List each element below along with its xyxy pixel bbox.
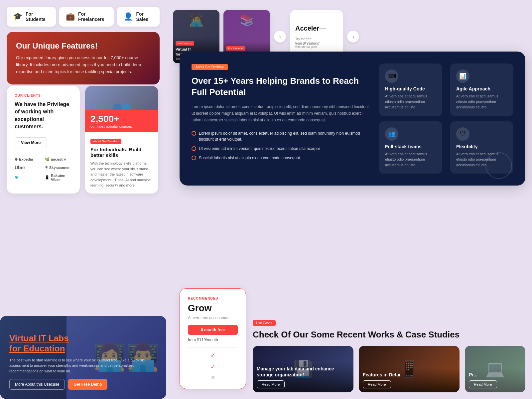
courses-body: About Get Desktop For Individuals: Build… <box>85 132 158 194</box>
case-card-title-2: Features in Detail <box>363 372 456 378</box>
carousel-badge-1: Get Desktop <box>176 41 194 46</box>
pricing-divider <box>188 347 238 348</box>
virtual-labs-title: Virtual IT Labs for Education <box>9 333 157 354</box>
viber-icon: 📱 <box>45 175 50 180</box>
virtual-labs-title-accent: for Education <box>9 343 65 353</box>
case-card-bg-1: 💾 Manage your lab data and enhance stora… <box>253 346 353 392</box>
case-card-1: 💾 Manage your lab data and enhance stora… <box>253 346 353 392</box>
logo-expedia: ⊕ Expedia <box>15 157 42 162</box>
bullet-text-3: Suscipit lobortis nisl ut aliquip ex ea … <box>199 155 301 161</box>
courses-description: With the technology skills platform, you… <box>90 161 153 188</box>
agile-icon: 📊 <box>456 69 469 83</box>
dark-card-bullets: Lorem ipsum dolor sit amet, cons ectetue… <box>192 130 371 161</box>
dark-card-description: Lorem ipsum dolor sit amet, cons ectetue… <box>192 103 371 124</box>
dark-card-badge: About Get Desktop <box>192 64 228 70</box>
bullet-2: Ut wisi enim ad minim veniam, quis nostr… <box>192 146 371 152</box>
feature-agile-desc: At vero eos et accusamus etiusto odio pr… <box>456 93 507 110</box>
case-card-title-3: Pr... <box>469 372 521 378</box>
logos-grid: ⊕ Expedia 🌿 ancestry Uber ✶ Skyscanner 🐦… <box>15 157 72 182</box>
feature-agile: 📊 Agile Approach At vero eos et accusamu… <box>450 64 513 116</box>
features-description: Our expanded library gives you access to… <box>16 55 150 75</box>
pricing-feature-3: ✕ <box>188 374 238 381</box>
clients-card: OUR CLIENTS We have the Privilege of wor… <box>7 86 80 194</box>
logo-ancestry: 🌿 ancestry <box>45 157 72 162</box>
read-more-button-1[interactable]: Read More <box>257 380 285 388</box>
read-more-button-2[interactable]: Read More <box>363 380 391 388</box>
case-card-content-2: Features in Detail Read More <box>359 368 460 392</box>
case-studies-area: Use Cases Check Of Our Some Recent Works… <box>253 320 525 392</box>
tab-freelancers[interactable]: 💼 For Freelancers <box>59 7 114 27</box>
courses-stat-label: our most-popular courses <box>90 124 153 128</box>
tab-sales[interactable]: 👤 For Sales <box>117 7 160 27</box>
code-icon: ⌨ <box>385 69 398 83</box>
tab-students[interactable]: 🎓 For Students <box>7 7 56 27</box>
labs-buttons: More About this Usecase Get Free Demo <box>9 379 157 390</box>
case-card-content-3: Pr... Read More <box>465 368 525 392</box>
feature-code-title: High-quality Code <box>385 86 436 91</box>
view-more-button[interactable]: View More <box>15 137 47 148</box>
price-label: from $499/month <box>295 42 338 45</box>
x-icon-1: ✕ <box>211 374 215 381</box>
feature-agile-title: Agile Approach <box>456 86 507 91</box>
dark-card-middle: ⌨ High-quality Code At vero eos et accus… <box>379 64 442 174</box>
freelancers-icon: 💼 <box>66 12 75 21</box>
feature-code-desc: At vero eos et accusamus etiusto odio pr… <box>385 93 436 110</box>
features-card: Our Unique Features! Our expanded librar… <box>7 32 160 84</box>
courses-stat: 2,500+ <box>90 114 153 124</box>
bullet-dot-1 <box>192 131 196 136</box>
features-title: Our Unique Features! <box>16 41 150 51</box>
ancestry-icon: 🌿 <box>45 157 50 162</box>
big-dark-card: About Get Desktop Over 15+ Years Helping… <box>180 52 525 186</box>
pricing-feature-1: ✓ <box>188 352 238 359</box>
students-icon: 🎓 <box>13 12 22 21</box>
courses-card: 👥 2,500+ our most-popular courses About … <box>85 86 158 194</box>
sales-icon: 👤 <box>124 12 133 21</box>
carousel-badge-2: For Students <box>226 46 245 51</box>
feature-teams: 👥 Full-stack teams At vero eos et accusa… <box>379 121 442 174</box>
middle-left-section: OUR CLIENTS We have the Privilege of wor… <box>7 86 158 194</box>
courses-title: For Individuals: Build better skills <box>90 147 153 158</box>
courses-badge: About Get Desktop <box>90 139 121 144</box>
dark-card-right: 📊 Agile Approach At vero eos et accusamu… <box>450 64 513 174</box>
tab-students-label: For Students <box>26 11 49 22</box>
case-card-bg-3: 💻 Pr... Read More <box>465 346 525 392</box>
logo-viber: 📱 Rakuten Viber <box>45 174 72 182</box>
case-card-2: 📱 Features in Detail Read More <box>359 346 460 392</box>
case-card-content-1: Manage your lab data and enhance storage… <box>253 362 353 392</box>
bullet-dot-3 <box>192 156 196 160</box>
carousel-arrow-1[interactable]: › <box>274 31 286 43</box>
plan-label: with annual plan <box>295 45 338 49</box>
tabs-row: 🎓 For Students 💼 For Freelancers 👤 For S… <box>0 0 166 27</box>
get-demo-button[interactable]: Get Free Demo <box>68 379 107 390</box>
case-card-bg-2: 📱 Features in Detail Read More <box>359 346 460 392</box>
more-about-button[interactable]: More About this Usecase <box>9 379 65 390</box>
dark-card-title: Over 15+ Years Helping Brands to Reach F… <box>192 75 371 98</box>
from-price: from $119/month <box>188 337 238 342</box>
logo-twitter: 🐦 <box>15 174 42 182</box>
feature-teams-desc: At vero eos et accusamus etiusto odio pr… <box>385 151 436 168</box>
check-icon-1: ✓ <box>210 352 215 359</box>
read-more-button-3[interactable]: Read More <box>469 380 497 388</box>
use-cases-badge: Use Cases <box>253 320 276 326</box>
case-cards-row: 💾 Manage your lab data and enhance stora… <box>253 346 525 392</box>
plan-name: Grow <box>188 303 238 314</box>
accelerate-title: Acceler— <box>295 25 338 32</box>
bullet-dot-2 <box>192 146 196 151</box>
tab-freelancers-label: For Freelancers <box>78 11 107 22</box>
feature-code: ⌨ High-quality Code At vero eos et accus… <box>379 64 442 116</box>
expedia-icon: ⊕ <box>15 157 18 162</box>
clients-heading: We have the Privilege of working with ex… <box>15 101 72 131</box>
feature-flexibility-title: Flexibility <box>456 144 507 149</box>
free-button[interactable]: 6 month free <box>188 325 238 335</box>
case-studies-title: Check Of Our Some Recent Works & Case St… <box>253 329 525 340</box>
bullet-1: Lorem ipsum dolor sit amet, cons ectetue… <box>192 130 371 142</box>
bullet-3: Suscipit lobortis nisl ut aliquip ex ea … <box>192 155 371 161</box>
logo-skyscanner: ✶ Skyscanner <box>45 165 72 170</box>
logo-uber: Uber <box>15 165 42 170</box>
recommended-label: RECOMMENDED <box>188 297 238 300</box>
clients-label: OUR CLIENTS <box>15 94 72 97</box>
carousel-arrow-2[interactable]: › <box>347 31 359 43</box>
pricing-features-list: ✓ ✓ ✕ <box>188 352 238 381</box>
bullet-text-2: Ut wisi enim ad minim veniam, quis nostr… <box>199 146 320 152</box>
plan-tagline: At vero eos accusamus <box>188 316 238 320</box>
